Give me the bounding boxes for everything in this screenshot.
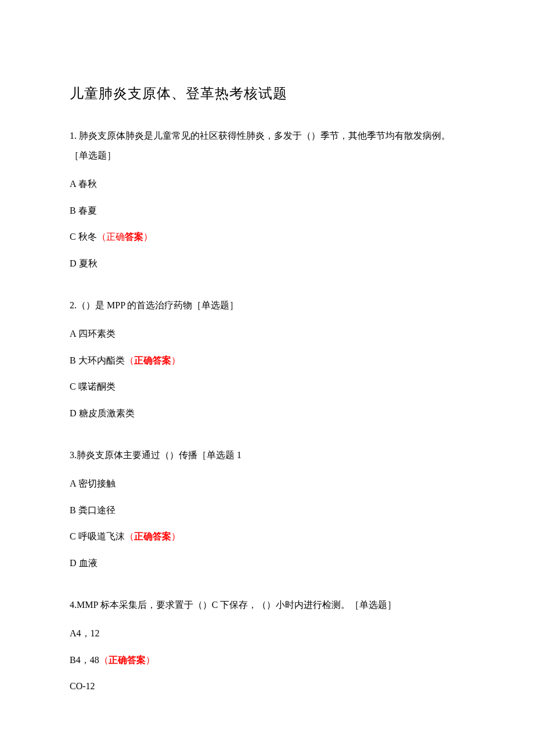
option-label: D 夏秋 <box>70 258 98 268</box>
correct-answer-prefix: （ <box>99 655 109 665</box>
option-label: D 糖皮质激素类 <box>70 408 135 418</box>
question-block: 2.（）是 MPP 的首选治疗药物［单选题］A 四环素类B 大环内酯类（正确答案… <box>70 296 464 421</box>
option: A 密切接触 <box>70 476 464 491</box>
correct-answer-bold: 正确答案 <box>134 531 171 541</box>
correct-answer-suffix: ） <box>146 655 155 665</box>
option-label: C 喋诺酮类 <box>70 381 116 391</box>
option-label: B4，48 <box>70 655 99 665</box>
correct-answer-suffix: ） <box>171 355 181 365</box>
correct-answer-bold: 答案 <box>125 232 143 242</box>
option-label: C 呼吸道飞沫 <box>70 531 125 541</box>
option-label: C 秋冬 <box>70 232 97 242</box>
question-block: 3.肺炎支原体主要通过（）传播［单选题 1A 密切接触B 粪口途径C 呼吸道飞沫… <box>70 445 464 571</box>
option: D 糖皮质激素类 <box>70 406 464 421</box>
option: D 夏秋 <box>70 256 464 271</box>
question-text: 1. 肺炎支原体肺炎是儿童常见的社区获得性肺炎，多发于（）季节，其他季节均有散发… <box>70 126 464 165</box>
option-label: A4，12 <box>70 628 100 638</box>
option: CO-12 <box>70 679 464 694</box>
option-label: D 血液 <box>70 558 98 568</box>
option: A 四环素类 <box>70 326 464 341</box>
question-text: 2.（）是 MPP 的首选治疗药物［单选题］ <box>70 296 464 315</box>
option-label: B 春夏 <box>70 206 97 215</box>
correct-answer-suffix: ） <box>171 531 181 541</box>
option: D 血液 <box>70 556 464 571</box>
option-label: B 粪口途径 <box>70 505 116 515</box>
option: C 秋冬（正确答案） <box>70 229 464 244</box>
questions-container: 1. 肺炎支原体肺炎是儿童常见的社区获得性肺炎，多发于（）季节，其他季节均有散发… <box>70 126 464 694</box>
option: B 春夏 <box>70 203 464 218</box>
correct-answer-bold: 正确答案 <box>134 355 171 365</box>
option: B 粪口途径 <box>70 503 464 518</box>
option: A4，12 <box>70 626 464 641</box>
option-label: A 四环素类 <box>70 329 116 339</box>
option-label: B 大环内酯类 <box>70 355 125 365</box>
option-label: A 春秋 <box>70 179 97 189</box>
correct-answer-prefix: （ <box>125 355 134 365</box>
option: A 春秋 <box>70 177 464 192</box>
option: B 大环内酯类（正确答案） <box>70 353 464 368</box>
question-text: 3.肺炎支原体主要通过（）传播［单选题 1 <box>70 445 464 465</box>
question-block: 1. 肺炎支原体肺炎是儿童常见的社区获得性肺炎，多发于（）季节，其他季节均有散发… <box>70 126 464 271</box>
option: C 呼吸道飞沫（正确答案） <box>70 529 464 544</box>
correct-answer-prefix: （ <box>125 531 134 541</box>
correct-answer-suffix: ） <box>143 232 153 242</box>
option-label: CO-12 <box>70 681 95 691</box>
option: C 喋诺酮类 <box>70 379 464 394</box>
document-title: 儿童肺炎支原体、登革热考核试题 <box>70 84 464 103</box>
question-block: 4.MMP 标本采集后，要求置于（）C 下保存，（）小时内进行检测。［单选题］A… <box>70 595 464 694</box>
correct-answer-bold: 正确答案 <box>109 655 146 665</box>
option: B4，48（正确答案） <box>70 653 464 668</box>
correct-answer-prefix: （正确 <box>97 232 125 242</box>
option-label: A 密切接触 <box>70 478 116 488</box>
question-text: 4.MMP 标本采集后，要求置于（）C 下保存，（）小时内进行检测。［单选题］ <box>70 595 464 615</box>
